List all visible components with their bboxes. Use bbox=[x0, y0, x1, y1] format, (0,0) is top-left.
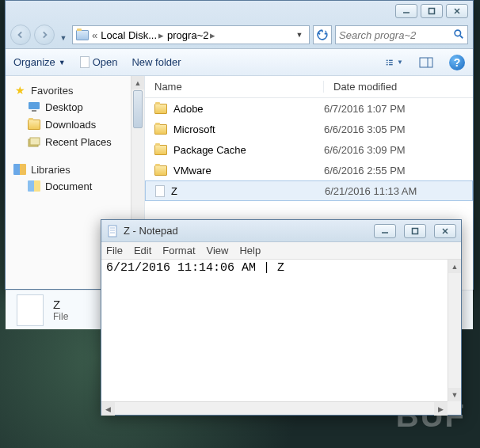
preview-thumbnail bbox=[17, 294, 44, 326]
sidebar-item-downloads[interactable]: Downloads bbox=[6, 116, 144, 133]
file-name: Package Cache bbox=[173, 144, 246, 156]
menu-item-help[interactable]: Help bbox=[239, 245, 261, 256]
search-input[interactable] bbox=[339, 29, 453, 41]
view-options-button[interactable]: ▼ bbox=[386, 54, 403, 71]
folder-icon bbox=[154, 124, 167, 135]
preview-type: File bbox=[53, 311, 68, 322]
help-button[interactable]: ? bbox=[449, 55, 465, 70]
notepad-text-area[interactable]: 6/21/2016 11:14:06 AM | Z bbox=[101, 260, 448, 401]
notepad-titlebar[interactable]: Z - Notepad bbox=[101, 220, 461, 242]
menu-item-edit[interactable]: Edit bbox=[134, 245, 151, 256]
organize-menu[interactable]: Organize▼ bbox=[13, 56, 66, 68]
svg-rect-8 bbox=[387, 64, 388, 65]
menu-item-view[interactable]: View bbox=[207, 245, 229, 256]
file-name: VMware bbox=[173, 165, 211, 177]
svg-rect-18 bbox=[109, 226, 116, 237]
file-row[interactable]: Z6/21/2016 11:13 AM bbox=[145, 180, 473, 201]
file-name: Adobe bbox=[173, 103, 204, 115]
search-box[interactable] bbox=[335, 25, 468, 44]
sidebar-item-documents[interactable]: Document bbox=[6, 177, 144, 195]
breadcrumb-root-sep: « bbox=[92, 29, 97, 41]
folder-icon bbox=[154, 104, 167, 114]
sidebar-item-label: Desktop bbox=[45, 101, 83, 113]
close-button[interactable] bbox=[446, 4, 468, 18]
scroll-left-button[interactable]: ◀ bbox=[101, 402, 115, 416]
new-folder-button[interactable]: New folder bbox=[131, 56, 181, 68]
desktop-icon bbox=[28, 101, 40, 113]
explorer-caption-row bbox=[6, 1, 473, 21]
notepad-close-button[interactable] bbox=[434, 224, 456, 238]
svg-line-5 bbox=[460, 35, 463, 37]
scroll-right-button[interactable]: ▶ bbox=[434, 402, 448, 416]
notepad-scrollbar-horizontal[interactable]: ◀ ▶ bbox=[101, 401, 448, 415]
file-row[interactable]: Adobe6/7/2016 1:07 PM bbox=[145, 98, 473, 119]
address-bar[interactable]: « Local Disk...▸ progra~2▸ ▼ bbox=[72, 25, 310, 44]
file-row[interactable]: VMware6/6/2016 2:55 PM bbox=[145, 160, 473, 180]
sidebar-header-libraries[interactable]: Libraries bbox=[6, 161, 144, 177]
column-header-date[interactable]: Date modified bbox=[324, 81, 473, 93]
breadcrumb-label: Local Disk... bbox=[101, 29, 157, 41]
sidebar-group-favorites: ★Favorites Desktop Downloads Recent Plac… bbox=[6, 82, 144, 150]
svg-rect-17 bbox=[30, 138, 40, 145]
nav-history-dropdown[interactable]: ▼ bbox=[58, 25, 69, 45]
sidebar-header-label: Favorites bbox=[31, 85, 73, 97]
svg-rect-6 bbox=[387, 59, 388, 60]
notepad-maximize-button[interactable] bbox=[404, 224, 426, 238]
menu-item-file[interactable]: File bbox=[106, 245, 123, 256]
sidebar-header-favorites[interactable]: ★Favorites bbox=[6, 82, 144, 98]
scroll-down-button[interactable]: ▼ bbox=[448, 388, 461, 401]
sidebar-group-libraries: Libraries Document bbox=[6, 161, 144, 195]
folder-icon bbox=[154, 145, 167, 155]
file-row[interactable]: Microsoft6/6/2016 3:05 PM bbox=[145, 119, 473, 139]
file-date: 6/6/2016 3:05 PM bbox=[324, 123, 406, 135]
nav-forward-button[interactable] bbox=[34, 25, 55, 45]
explorer-nav-row: ▼ « Local Disk...▸ progra~2▸ ▼ bbox=[6, 21, 473, 48]
address-dropdown[interactable]: ▼ bbox=[293, 31, 306, 39]
sidebar-item-desktop[interactable]: Desktop bbox=[6, 98, 144, 116]
notepad-resize-grip[interactable] bbox=[448, 401, 461, 415]
sidebar-item-recent[interactable]: Recent Places bbox=[6, 133, 144, 150]
svg-rect-7 bbox=[387, 62, 388, 63]
star-icon: ★ bbox=[13, 84, 26, 97]
svg-rect-10 bbox=[389, 62, 393, 63]
menu-item-format[interactable]: Format bbox=[162, 245, 195, 256]
preview-pane-button[interactable] bbox=[417, 54, 435, 71]
documents-icon bbox=[28, 180, 40, 192]
column-header-name[interactable]: Name bbox=[145, 81, 324, 93]
breadcrumb-item[interactable]: Local Disk...▸ bbox=[101, 29, 164, 41]
breadcrumb-item[interactable]: progra~2▸ bbox=[167, 29, 215, 41]
file-date: 6/6/2016 2:55 PM bbox=[324, 165, 406, 177]
scroll-up-button[interactable]: ▲ bbox=[448, 260, 461, 273]
file-name: Z bbox=[171, 185, 177, 197]
svg-rect-12 bbox=[420, 58, 432, 67]
svg-rect-11 bbox=[389, 64, 393, 65]
explorer-toolbar: Organize▼ Open New folder ▼ ? bbox=[6, 49, 473, 76]
scroll-thumb[interactable] bbox=[133, 90, 143, 128]
nav-back-button[interactable] bbox=[10, 25, 31, 45]
search-icon bbox=[453, 28, 464, 42]
open-button[interactable]: Open bbox=[80, 56, 118, 68]
column-headers: Name Date modified bbox=[145, 76, 473, 98]
toolbar-label: Open bbox=[93, 56, 118, 68]
minimize-button[interactable] bbox=[395, 4, 417, 18]
sidebar-item-label: Downloads bbox=[45, 119, 96, 131]
svg-point-4 bbox=[455, 30, 460, 36]
sidebar-header-label: Libraries bbox=[31, 164, 70, 176]
recent-icon bbox=[28, 135, 40, 148]
svg-rect-1 bbox=[429, 9, 435, 14]
file-date: 6/21/2016 11:13 AM bbox=[325, 185, 417, 197]
file-icon bbox=[155, 185, 165, 197]
file-icon bbox=[80, 56, 90, 68]
maximize-button[interactable] bbox=[421, 4, 443, 18]
notepad-scrollbar-vertical[interactable]: ▲ ▼ bbox=[448, 260, 461, 401]
file-name: Microsoft bbox=[173, 123, 215, 135]
preview-name: Z bbox=[53, 298, 68, 311]
notepad-icon bbox=[106, 225, 119, 237]
refresh-button[interactable] bbox=[313, 25, 332, 44]
scroll-up-button[interactable]: ▲ bbox=[131, 76, 144, 89]
notepad-minimize-button[interactable] bbox=[374, 224, 396, 238]
file-row[interactable]: Package Cache6/6/2016 3:09 PM bbox=[145, 139, 473, 160]
file-date: 6/6/2016 3:09 PM bbox=[324, 144, 406, 156]
svg-rect-14 bbox=[29, 102, 40, 109]
drive-icon bbox=[76, 28, 89, 41]
